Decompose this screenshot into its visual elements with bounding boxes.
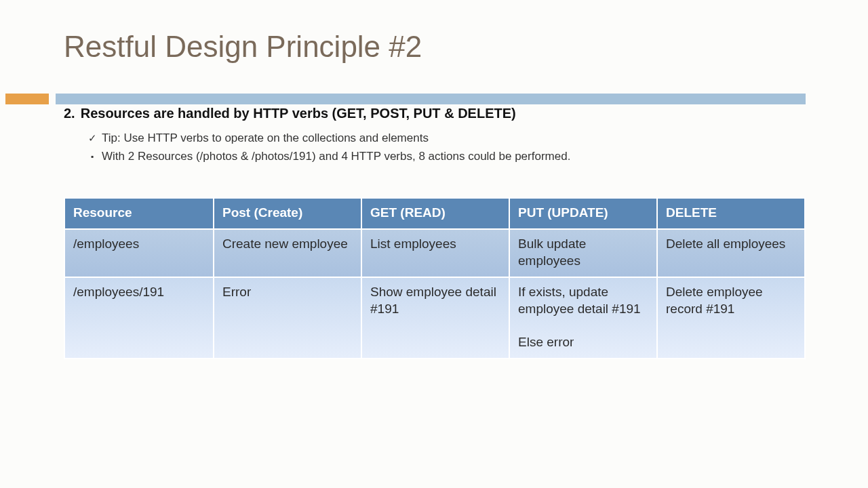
table-row: /employees Create new employee List empl…: [64, 229, 805, 277]
bullet-list: Tip: Use HTTP verbs to operate on the co…: [64, 131, 804, 165]
bullet-item: Tip: Use HTTP verbs to operate on the co…: [87, 131, 804, 146]
slide-body: 2.Resources are handled by HTTP verbs (G…: [64, 106, 804, 359]
check-icon: [87, 131, 98, 146]
table-header: Resource: [64, 198, 214, 229]
table-row: /employees/191 Error Show employee detai…: [64, 277, 805, 359]
table-header: Post (Create): [214, 198, 361, 229]
table-cell: Show employee detail #191: [361, 277, 509, 359]
table-cell: If exists, update employee detail #191 E…: [509, 277, 657, 359]
bullet-text: Tip: Use HTTP verbs to operate on the co…: [102, 131, 429, 144]
principle-text: Resources are handled by HTTP verbs (GET…: [81, 106, 516, 121]
trailing-dot: .: [568, 150, 571, 163]
title-accent-bar: [0, 94, 868, 104]
principle-number: 2.: [64, 106, 75, 121]
slide: Restful Design Principle #2 2.Resources …: [0, 0, 868, 359]
bullet-item: With 2 Resources (/photos & /photos/191)…: [87, 149, 804, 165]
slide-title: Restful Design Principle #2: [64, 30, 804, 64]
table-header-row: Resource Post (Create) GET (READ) PUT (U…: [64, 198, 805, 229]
table-cell: Bulk update employees: [509, 229, 657, 277]
table-cell: Delete employee record #191: [657, 277, 805, 359]
table-cell: List employees: [361, 229, 509, 277]
table-header: PUT (UPDATE): [509, 198, 657, 229]
table-header: DELETE: [657, 198, 805, 229]
square-bullet-icon: [87, 149, 98, 165]
principle-heading: 2.Resources are handled by HTTP verbs (G…: [64, 106, 804, 121]
cell-main: If exists, update employee detail #191: [518, 285, 641, 317]
table-header: GET (READ): [361, 198, 509, 229]
accent-blue: [56, 94, 806, 104]
http-verb-table: Resource Post (Create) GET (READ) PUT (U…: [64, 197, 806, 359]
table-cell: /employees/191: [64, 277, 214, 359]
table-cell: Create new employee: [214, 229, 361, 277]
table-cell: Delete all employees: [657, 229, 805, 277]
cell-extra: Else error: [518, 335, 574, 349]
bullet-text: With 2 Resources (/photos & /photos/191)…: [102, 150, 568, 163]
table-cell: Error: [214, 277, 361, 359]
table-cell: /employees: [64, 229, 214, 277]
accent-orange: [5, 94, 49, 104]
